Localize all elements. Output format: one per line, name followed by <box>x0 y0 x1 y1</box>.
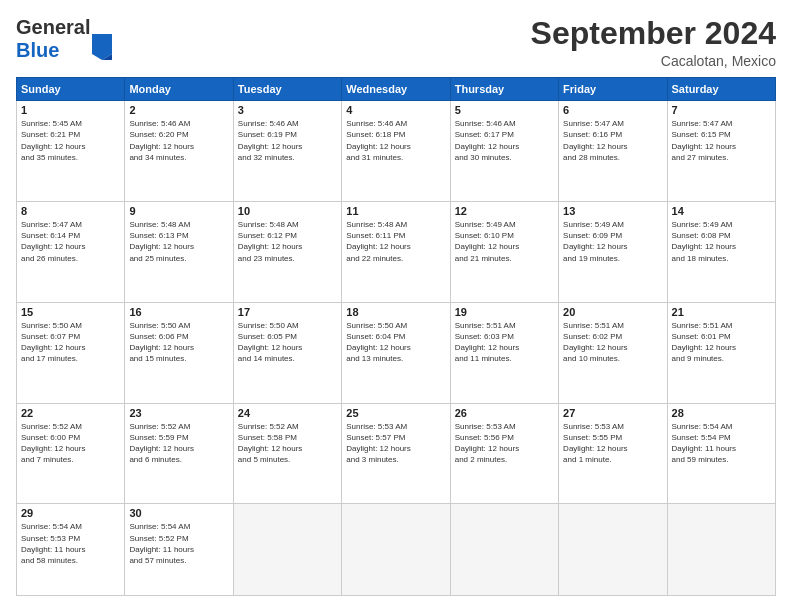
day-number: 23 <box>129 407 228 419</box>
day-info: Sunrise: 5:51 AM Sunset: 6:02 PM Dayligh… <box>563 320 662 365</box>
calendar-week-row: 22Sunrise: 5:52 AM Sunset: 6:00 PM Dayli… <box>17 403 776 504</box>
day-info: Sunrise: 5:51 AM Sunset: 6:01 PM Dayligh… <box>672 320 771 365</box>
table-row: 18Sunrise: 5:50 AM Sunset: 6:04 PM Dayli… <box>342 302 450 403</box>
table-row: 28Sunrise: 5:54 AM Sunset: 5:54 PM Dayli… <box>667 403 775 504</box>
day-info: Sunrise: 5:52 AM Sunset: 5:58 PM Dayligh… <box>238 421 337 466</box>
table-row: 21Sunrise: 5:51 AM Sunset: 6:01 PM Dayli… <box>667 302 775 403</box>
table-row: 22Sunrise: 5:52 AM Sunset: 6:00 PM Dayli… <box>17 403 125 504</box>
title-block: September 2024 Cacalotan, Mexico <box>531 16 776 69</box>
table-row: 23Sunrise: 5:52 AM Sunset: 5:59 PM Dayli… <box>125 403 233 504</box>
day-info: Sunrise: 5:47 AM Sunset: 6:14 PM Dayligh… <box>21 219 120 264</box>
day-number: 16 <box>129 306 228 318</box>
table-row <box>559 504 667 596</box>
day-info: Sunrise: 5:45 AM Sunset: 6:21 PM Dayligh… <box>21 118 120 163</box>
day-info: Sunrise: 5:52 AM Sunset: 6:00 PM Dayligh… <box>21 421 120 466</box>
calendar-table: Sunday Monday Tuesday Wednesday Thursday… <box>16 77 776 596</box>
day-number: 30 <box>129 507 228 519</box>
day-number: 21 <box>672 306 771 318</box>
col-monday: Monday <box>125 78 233 101</box>
day-info: Sunrise: 5:54 AM Sunset: 5:52 PM Dayligh… <box>129 521 228 566</box>
header: General Blue September 2024 Cacalotan, M… <box>16 16 776 69</box>
table-row: 12Sunrise: 5:49 AM Sunset: 6:10 PM Dayli… <box>450 201 558 302</box>
table-row: 4Sunrise: 5:46 AM Sunset: 6:18 PM Daylig… <box>342 101 450 202</box>
table-row: 19Sunrise: 5:51 AM Sunset: 6:03 PM Dayli… <box>450 302 558 403</box>
table-row <box>667 504 775 596</box>
day-info: Sunrise: 5:53 AM Sunset: 5:55 PM Dayligh… <box>563 421 662 466</box>
day-info: Sunrise: 5:53 AM Sunset: 5:57 PM Dayligh… <box>346 421 445 466</box>
calendar-week-row: 1Sunrise: 5:45 AM Sunset: 6:21 PM Daylig… <box>17 101 776 202</box>
table-row <box>233 504 341 596</box>
table-row: 25Sunrise: 5:53 AM Sunset: 5:57 PM Dayli… <box>342 403 450 504</box>
table-row: 1Sunrise: 5:45 AM Sunset: 6:21 PM Daylig… <box>17 101 125 202</box>
logo-line1: General <box>16 16 90 39</box>
table-row: 3Sunrise: 5:46 AM Sunset: 6:19 PM Daylig… <box>233 101 341 202</box>
logo: General Blue <box>16 16 112 62</box>
table-row: 13Sunrise: 5:49 AM Sunset: 6:09 PM Dayli… <box>559 201 667 302</box>
col-wednesday: Wednesday <box>342 78 450 101</box>
table-row: 2Sunrise: 5:46 AM Sunset: 6:20 PM Daylig… <box>125 101 233 202</box>
col-tuesday: Tuesday <box>233 78 341 101</box>
logo-line2: Blue <box>16 39 90 62</box>
day-info: Sunrise: 5:50 AM Sunset: 6:07 PM Dayligh… <box>21 320 120 365</box>
day-number: 15 <box>21 306 120 318</box>
day-number: 8 <box>21 205 120 217</box>
day-number: 22 <box>21 407 120 419</box>
day-number: 27 <box>563 407 662 419</box>
day-number: 10 <box>238 205 337 217</box>
location-subtitle: Cacalotan, Mexico <box>531 53 776 69</box>
table-row: 5Sunrise: 5:46 AM Sunset: 6:17 PM Daylig… <box>450 101 558 202</box>
day-number: 7 <box>672 104 771 116</box>
page: General Blue September 2024 Cacalotan, M… <box>0 0 792 612</box>
col-sunday: Sunday <box>17 78 125 101</box>
calendar-week-row: 15Sunrise: 5:50 AM Sunset: 6:07 PM Dayli… <box>17 302 776 403</box>
day-info: Sunrise: 5:54 AM Sunset: 5:53 PM Dayligh… <box>21 521 120 566</box>
day-info: Sunrise: 5:46 AM Sunset: 6:18 PM Dayligh… <box>346 118 445 163</box>
table-row: 15Sunrise: 5:50 AM Sunset: 6:07 PM Dayli… <box>17 302 125 403</box>
day-number: 5 <box>455 104 554 116</box>
day-info: Sunrise: 5:48 AM Sunset: 6:12 PM Dayligh… <box>238 219 337 264</box>
day-number: 14 <box>672 205 771 217</box>
table-row: 7Sunrise: 5:47 AM Sunset: 6:15 PM Daylig… <box>667 101 775 202</box>
table-row: 6Sunrise: 5:47 AM Sunset: 6:16 PM Daylig… <box>559 101 667 202</box>
calendar-week-row: 29Sunrise: 5:54 AM Sunset: 5:53 PM Dayli… <box>17 504 776 596</box>
table-row: 30Sunrise: 5:54 AM Sunset: 5:52 PM Dayli… <box>125 504 233 596</box>
day-info: Sunrise: 5:49 AM Sunset: 6:10 PM Dayligh… <box>455 219 554 264</box>
day-number: 13 <box>563 205 662 217</box>
table-row: 17Sunrise: 5:50 AM Sunset: 6:05 PM Dayli… <box>233 302 341 403</box>
day-number: 4 <box>346 104 445 116</box>
table-row: 20Sunrise: 5:51 AM Sunset: 6:02 PM Dayli… <box>559 302 667 403</box>
day-number: 25 <box>346 407 445 419</box>
table-row: 16Sunrise: 5:50 AM Sunset: 6:06 PM Dayli… <box>125 302 233 403</box>
day-info: Sunrise: 5:50 AM Sunset: 6:06 PM Dayligh… <box>129 320 228 365</box>
logo-icon <box>92 34 112 60</box>
day-info: Sunrise: 5:46 AM Sunset: 6:19 PM Dayligh… <box>238 118 337 163</box>
day-number: 2 <box>129 104 228 116</box>
table-row: 24Sunrise: 5:52 AM Sunset: 5:58 PM Dayli… <box>233 403 341 504</box>
table-row <box>342 504 450 596</box>
day-number: 12 <box>455 205 554 217</box>
day-info: Sunrise: 5:53 AM Sunset: 5:56 PM Dayligh… <box>455 421 554 466</box>
day-info: Sunrise: 5:50 AM Sunset: 6:04 PM Dayligh… <box>346 320 445 365</box>
day-number: 6 <box>563 104 662 116</box>
day-number: 18 <box>346 306 445 318</box>
table-row <box>450 504 558 596</box>
day-number: 17 <box>238 306 337 318</box>
day-number: 20 <box>563 306 662 318</box>
calendar-week-row: 8Sunrise: 5:47 AM Sunset: 6:14 PM Daylig… <box>17 201 776 302</box>
table-row: 14Sunrise: 5:49 AM Sunset: 6:08 PM Dayli… <box>667 201 775 302</box>
day-info: Sunrise: 5:48 AM Sunset: 6:11 PM Dayligh… <box>346 219 445 264</box>
table-row: 8Sunrise: 5:47 AM Sunset: 6:14 PM Daylig… <box>17 201 125 302</box>
day-number: 11 <box>346 205 445 217</box>
table-row: 11Sunrise: 5:48 AM Sunset: 6:11 PM Dayli… <box>342 201 450 302</box>
day-number: 3 <box>238 104 337 116</box>
calendar-header-row: Sunday Monday Tuesday Wednesday Thursday… <box>17 78 776 101</box>
day-info: Sunrise: 5:50 AM Sunset: 6:05 PM Dayligh… <box>238 320 337 365</box>
day-info: Sunrise: 5:48 AM Sunset: 6:13 PM Dayligh… <box>129 219 228 264</box>
day-info: Sunrise: 5:51 AM Sunset: 6:03 PM Dayligh… <box>455 320 554 365</box>
col-thursday: Thursday <box>450 78 558 101</box>
table-row: 29Sunrise: 5:54 AM Sunset: 5:53 PM Dayli… <box>17 504 125 596</box>
day-info: Sunrise: 5:46 AM Sunset: 6:20 PM Dayligh… <box>129 118 228 163</box>
table-row: 26Sunrise: 5:53 AM Sunset: 5:56 PM Dayli… <box>450 403 558 504</box>
day-info: Sunrise: 5:49 AM Sunset: 6:08 PM Dayligh… <box>672 219 771 264</box>
day-info: Sunrise: 5:47 AM Sunset: 6:15 PM Dayligh… <box>672 118 771 163</box>
